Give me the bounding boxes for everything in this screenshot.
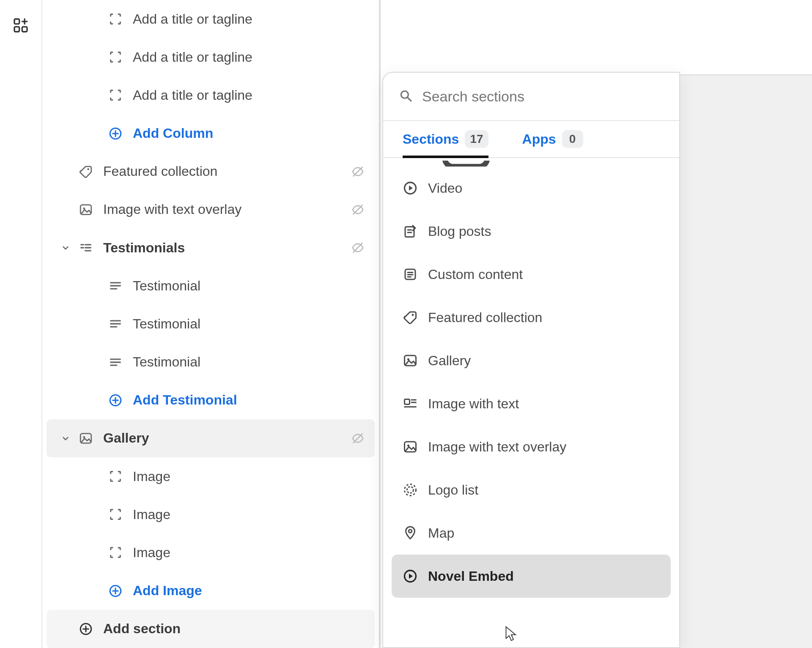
- option-label: Logo list: [428, 482, 478, 498]
- preview-area-top: [382, 0, 812, 74]
- plus-circle-icon: [106, 393, 125, 407]
- add-testimonial-button[interactable]: Add Testimonial: [47, 381, 375, 419]
- option-label: Featured collection: [428, 310, 542, 325]
- section-option-gallery[interactable]: Gallery: [392, 339, 671, 382]
- block-label: Add a title or tagline: [133, 87, 366, 103]
- tab-apps-count: 0: [562, 130, 583, 148]
- placeholder-icon: [106, 507, 125, 522]
- tab-apps[interactable]: Apps 0: [522, 121, 583, 157]
- placeholder-icon: [106, 469, 125, 484]
- hidden-icon[interactable]: [349, 203, 366, 216]
- block-label: Testimonial: [133, 278, 366, 294]
- plus-circle-icon: [76, 622, 96, 636]
- section-option-map[interactable]: Map: [392, 511, 671, 555]
- section-label: Featured collection: [103, 164, 349, 179]
- plus-circle-icon: [106, 126, 125, 141]
- section-option-novel-embed[interactable]: Novel Embed: [392, 555, 671, 598]
- option-label: Gallery: [428, 353, 471, 369]
- theme-sections-sidebar: Add a title or tagline Add a title or ta…: [42, 0, 381, 648]
- paragraph-icon: [106, 355, 125, 369]
- placeholder-icon: [106, 12, 125, 26]
- paragraph-icon: [106, 279, 125, 293]
- plus-circle-icon: [106, 584, 125, 598]
- option-label: Novel Embed: [428, 569, 514, 584]
- image-icon: [76, 431, 96, 446]
- section-gallery[interactable]: Gallery: [47, 419, 375, 457]
- section-image-text-overlay[interactable]: Image with text overlay: [47, 191, 375, 229]
- tab-sections-count: 17: [465, 130, 488, 148]
- chevron-down-icon[interactable]: [55, 242, 76, 253]
- image-icon: [76, 202, 96, 217]
- hidden-icon[interactable]: [349, 165, 366, 178]
- placeholder-icon: [106, 545, 125, 560]
- section-option-featured-collection[interactable]: Featured collection: [392, 296, 671, 339]
- section-option-logo-list[interactable]: Logo list: [392, 468, 671, 511]
- block-label: Image: [133, 507, 366, 522]
- option-label: Custom content: [428, 267, 523, 282]
- block-image[interactable]: Image: [47, 495, 375, 533]
- chevron-down-icon[interactable]: [55, 433, 76, 444]
- apps-dashboard-icon[interactable]: [12, 17, 29, 648]
- section-option-image-with-text[interactable]: Image with text: [392, 382, 671, 425]
- block-label: Testimonial: [133, 316, 366, 332]
- block-label: Testimonial: [133, 354, 366, 370]
- hidden-icon[interactable]: [349, 432, 366, 445]
- tab-sections-label: Sections: [403, 131, 459, 147]
- section-option-newsletter-clipped: Newsletter: [392, 161, 671, 167]
- option-label: Image with text: [428, 396, 519, 412]
- block-label: Add a title or tagline: [133, 49, 366, 65]
- block-testimonial[interactable]: Testimonial: [47, 305, 375, 343]
- section-option-custom-content[interactable]: Custom content: [392, 253, 671, 296]
- block-label: Image: [133, 545, 366, 561]
- section-label: Testimonials: [103, 240, 349, 256]
- option-label: Video: [428, 180, 462, 196]
- section-featured-collection[interactable]: Featured collection: [47, 153, 375, 191]
- section-option-video[interactable]: Video: [392, 167, 671, 210]
- block-title-tagline[interactable]: Add a title or tagline: [47, 76, 375, 114]
- block-image[interactable]: Image: [47, 533, 375, 571]
- option-label: Image with text overlay: [428, 439, 566, 455]
- add-image-label: Add Image: [133, 583, 366, 599]
- paragraph-icon: [106, 317, 125, 331]
- block-image[interactable]: Image: [47, 457, 375, 495]
- option-label: Blog posts: [428, 224, 491, 239]
- tab-sections[interactable]: Sections 17: [403, 121, 488, 157]
- block-title-tagline[interactable]: Add a title or tagline: [47, 0, 375, 38]
- add-section-button[interactable]: Add section: [47, 610, 375, 648]
- add-image-button[interactable]: Add Image: [47, 572, 375, 610]
- placeholder-icon: [106, 50, 125, 64]
- tab-apps-label: Apps: [522, 131, 556, 147]
- section-picker-popover: Sections 17 Apps 0 Newsletter Video Blog…: [382, 72, 680, 648]
- placeholder-icon: [106, 88, 125, 102]
- search-sections-input[interactable]: [422, 88, 664, 105]
- section-options-list[interactable]: Newsletter Video Blog posts Custom conte…: [383, 158, 679, 647]
- section-label: Gallery: [103, 430, 349, 446]
- section-option-image-with-text-overlay[interactable]: Image with text overlay: [392, 425, 671, 468]
- add-section-label: Add section: [103, 621, 366, 637]
- block-label: Image: [133, 469, 366, 484]
- add-testimonial-label: Add Testimonial: [133, 392, 366, 408]
- block-label: Add a title or tagline: [133, 11, 366, 27]
- search-icon: [398, 88, 413, 104]
- block-title-tagline[interactable]: Add a title or tagline: [47, 38, 375, 76]
- add-column-label: Add Column: [133, 126, 366, 141]
- section-label: Image with text overlay: [103, 202, 349, 217]
- tag-icon: [76, 164, 96, 179]
- block-testimonial[interactable]: Testimonial: [47, 267, 375, 305]
- add-column-button[interactable]: Add Column: [47, 115, 375, 153]
- quote-icon: [76, 241, 96, 255]
- block-testimonial[interactable]: Testimonial: [47, 343, 375, 381]
- preview-area: [680, 74, 812, 648]
- option-label: Map: [428, 525, 454, 541]
- section-testimonials[interactable]: Testimonials: [47, 229, 375, 267]
- section-option-blog-posts[interactable]: Blog posts: [392, 210, 671, 253]
- hidden-icon[interactable]: [349, 241, 366, 254]
